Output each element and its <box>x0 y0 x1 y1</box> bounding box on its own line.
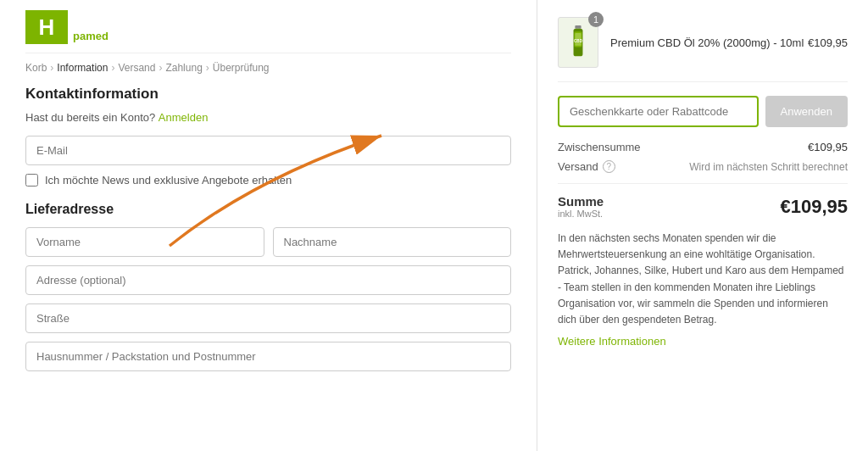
breadcrumb-information[interactable]: Information <box>57 62 108 74</box>
section-title-contact: Kontaktinformation <box>25 86 511 103</box>
name-row <box>25 227 511 257</box>
total-sublabel: inkl. MwSt. <box>558 209 604 219</box>
logo-box: H <box>25 10 68 44</box>
subtotal-label: Zwischensumme <box>558 141 641 153</box>
login-link[interactable]: Anmelden <box>159 111 209 124</box>
breadcrumb-korb[interactable]: Korb <box>25 62 47 74</box>
email-row <box>25 136 511 165</box>
product-name: Premium CBD Öl 20% (2000mg) - 10ml <box>610 36 808 49</box>
product-row: CBD 1 Premium CBD Öl 20% (2000mg) - 10ml… <box>558 17 848 82</box>
email-field[interactable] <box>25 136 511 165</box>
info-box: In den nächsten sechs Monaten spenden wi… <box>558 231 848 351</box>
section-title-address: Lieferadresse <box>25 202 511 217</box>
address-optional-row <box>25 265 511 295</box>
last-name-field[interactable] <box>273 227 512 257</box>
address-optional-field[interactable] <box>25 265 511 295</box>
svg-rect-1 <box>575 25 581 29</box>
logo-name: pamed <box>73 30 108 42</box>
newsletter-label: Ich möchte News und exklusive Angebote e… <box>45 174 292 187</box>
apply-button[interactable]: Anwenden <box>765 96 848 127</box>
total-label-wrap: Summe inkl. MwSt. <box>558 194 604 219</box>
subtotal-row: Zwischensumme €109,95 <box>558 141 848 153</box>
logo-letter: H <box>39 16 55 38</box>
product-image-wrap: CBD 1 <box>558 17 598 68</box>
product-price: €109,95 <box>808 36 848 49</box>
right-panel: CBD 1 Premium CBD Öl 20% (2000mg) - 10ml… <box>537 0 868 451</box>
newsletter-checkbox[interactable] <box>25 174 38 187</box>
breadcrumb-zahlung[interactable]: Zahlung <box>165 62 202 74</box>
shipping-label: Versand ? <box>558 160 615 173</box>
total-label: Summe <box>558 194 604 209</box>
discount-row: Anwenden <box>558 96 848 127</box>
first-name-field[interactable] <box>25 227 264 257</box>
svg-text:CBD: CBD <box>574 39 583 43</box>
login-hint: Hast du bereits ein Konto? Anmelden <box>25 111 511 124</box>
newsletter-checkbox-row: Ich möchte News und exklusive Angebote e… <box>25 174 511 187</box>
breadcrumb-ueberpruefung[interactable]: Überprüfung <box>213 62 270 74</box>
shipping-help-icon[interactable]: ? <box>603 160 615 173</box>
info-text: In den nächsten sechs Monaten spenden wi… <box>558 231 848 328</box>
subtotal-value: €109,95 <box>808 141 848 153</box>
total-price: €109,95 <box>780 196 848 218</box>
product-badge: 1 <box>588 12 604 27</box>
breadcrumb: Korb › Information › Versand › Zahlung ›… <box>25 62 511 74</box>
shipping-row: Versand ? Wird im nächsten Schritt berec… <box>558 160 848 173</box>
discount-input[interactable] <box>558 96 759 127</box>
street-field[interactable] <box>25 303 511 333</box>
street-number-field[interactable] <box>25 342 511 371</box>
info-link[interactable]: Weitere Informationen <box>558 333 666 351</box>
street-row <box>25 303 511 333</box>
shipping-value: Wird im nächsten Schritt berechnet <box>689 161 848 173</box>
total-row: Summe inkl. MwSt. €109,95 <box>558 183 848 219</box>
breadcrumb-versand[interactable]: Versand <box>118 62 155 74</box>
street-number-row <box>25 342 511 371</box>
